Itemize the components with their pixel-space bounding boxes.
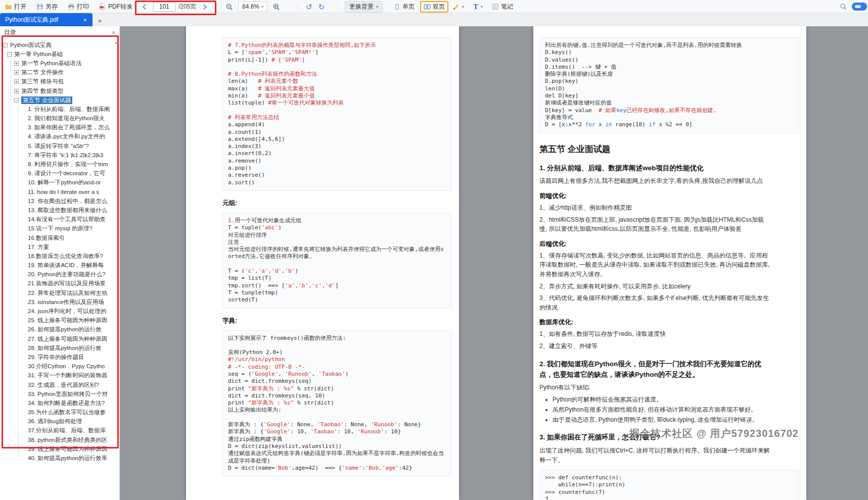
code-line: 新字典为 : {'Google': 10, 'Taobao': 10, 'Run…: [228, 428, 446, 435]
print-button[interactable]: 打印: [66, 2, 91, 12]
toc-item[interactable]: 34. 如何判断是函数还是方法?: [0, 398, 113, 408]
code-segment: : 10,: [337, 428, 357, 435]
toc-item[interactable]: 22. 异常处理写法以及如何主动: [0, 288, 113, 297]
toc-item[interactable]: 29. 字符串的操作题目: [0, 353, 113, 362]
collapse-icon[interactable]: -: [14, 98, 19, 103]
zoom-out-button[interactable]: [223, 2, 235, 12]
redo-button[interactable]: ↻: [317, 3, 327, 11]
toc-item[interactable]: 33. Python里面如何拷贝一个对: [0, 389, 113, 398]
text-tool-button[interactable]: T ▾: [471, 2, 485, 12]
toc-panel-close-icon[interactable]: ×: [111, 29, 115, 36]
code-segment: : 10,: [290, 428, 310, 435]
zoom-in-button[interactable]: [270, 2, 282, 12]
toc-chapter-item[interactable]: - 第一章 Python基础: [0, 49, 113, 59]
toc-item[interactable]: 37.分别从前端、后端、数据库: [0, 426, 113, 435]
code-line: D.values(): [545, 57, 794, 64]
toc-item[interactable]: 19. 简单谈谈ACID，并解释每: [0, 261, 113, 270]
scroll-up-icon[interactable]: ▲: [113, 40, 119, 45]
toc-item[interactable]: 4. 请谈谈.pyc文件和.py文件的: [0, 132, 113, 141]
toc-item[interactable]: 24. json序列化时，可以处理的: [0, 307, 113, 316]
toc-item[interactable]: 40. 如何提高python的运行效率: [0, 454, 113, 463]
toc-item[interactable]: 31. 手写一个判断时间的装饰器: [0, 371, 113, 380]
search-button[interactable]: [838, 2, 849, 11]
toc-item[interactable]: 16.数据库索引: [0, 233, 113, 242]
expand-icon[interactable]: +: [14, 70, 19, 75]
change-background-button[interactable]: 更换背景 ▾: [345, 1, 383, 13]
toc-item[interactable]: 35.为什么函数名字可以当做参: [0, 408, 113, 417]
save-as-button[interactable]: 另存: [34, 2, 60, 12]
toc-item[interactable]: 12. 你在爬虫过程中，都是怎么: [0, 196, 113, 206]
toc-item[interactable]: 20. Python的主要功能是什么?: [0, 270, 113, 279]
toolbar-separator: [338, 3, 338, 10]
toc-item[interactable]: 14.有没有一个工具可以帮助查: [0, 215, 113, 224]
document-canvas[interactable]: # 7.Python的列表的截取与字符串操作类型相同,如下所示L = ['spa…: [120, 26, 868, 500]
tab-close-icon[interactable]: ×: [81, 16, 88, 24]
code-segment: 用一个可迭代对象生成元组: [235, 217, 301, 224]
toc-item[interactable]: 38. python新式类和经典类的区: [0, 435, 113, 444]
corner-badge[interactable]: [852, 3, 867, 11]
code-segment: : None}: [397, 421, 421, 428]
single-page-icon: [394, 4, 400, 10]
zoom-level-dropdown[interactable]: 84.6% ▾: [238, 2, 267, 12]
code-segment: 新增或者是修改键对应的值: [545, 99, 612, 106]
new-tab-button[interactable]: +: [93, 16, 107, 26]
undo-button[interactable]: ↺: [304, 3, 314, 11]
code-segment: print(L[-1]): [228, 57, 271, 63]
toc-item[interactable]: 15.说一下 mysql 的原理?: [0, 224, 113, 233]
expand-icon[interactable]: +: [14, 79, 19, 84]
toolbar-right-group: [838, 0, 867, 13]
notes-button[interactable]: 笔记: [490, 2, 515, 12]
toc-item[interactable]: 27. 线上服务可能因为种种原因: [0, 334, 113, 343]
code-segment: max(a): [228, 85, 258, 92]
toc-item[interactable]: 39. 线上服务可能因为种种原因: [0, 444, 113, 454]
code-segment: key: [616, 107, 626, 114]
toc-item[interactable]: 5. 请反转字符串 "aStr"?: [0, 141, 113, 151]
pdf-convert-button[interactable]: PDF转换: [97, 2, 134, 12]
toc-item[interactable]: 10. 解释一下python的and-or: [0, 178, 113, 187]
toc-item[interactable]: 26. 如何提高python的运行效: [0, 325, 113, 334]
code-line: D[key] = value # 如果key已经存在则修改,如果不存在就创建.: [545, 107, 794, 114]
toc-item[interactable]: 3. 如果你困在了死循环里，怎么: [0, 123, 113, 132]
toc-item[interactable]: 1. 分别从前端、后端、数据库阐: [0, 105, 113, 114]
toc-item[interactable]: 11. how do I iterate over a s: [0, 187, 113, 196]
document-tab[interactable]: Python面试宝典.pdf ×: [0, 13, 93, 26]
toc-item[interactable]: 28. 如何提高python的运行效: [0, 343, 113, 353]
collapse-icon[interactable]: -: [3, 43, 8, 47]
toc-item[interactable]: 8. 利用切片操作，实现一个trim: [0, 160, 113, 169]
toc-section-item[interactable]: +第二节 文件操作: [0, 68, 113, 77]
toc-item[interactable]: 25. 线上服务可能因为种种原因: [0, 316, 113, 325]
toc-item[interactable]: 2. 我们都知道现在Python很火: [0, 114, 113, 123]
page-number-input[interactable]: [153, 2, 175, 12]
toc-item[interactable]: 36. 遇到bug如何处理: [0, 417, 113, 426]
open-button[interactable]: 打开: [3, 2, 28, 12]
code-segment: ]: [315, 49, 318, 56]
toc-item[interactable]: 21.装饰器的写法以及应用场景: [0, 279, 113, 288]
code-line: 字典推导式: [545, 114, 794, 121]
code-line: del D[key]: [545, 92, 794, 99]
toc-item[interactable]: 18.数据库怎么优化查询效率?: [0, 252, 113, 261]
highlighter-tool-button[interactable]: ▾: [450, 2, 466, 12]
toc-item[interactable]: 17. 方案: [0, 242, 113, 252]
toc-section-item[interactable]: +第四节 数据类型: [0, 86, 113, 95]
code-line: 以上实例输出结果为:: [228, 407, 446, 414]
toc-item[interactable]: 9. 请设计一个decorator，它可: [0, 169, 113, 178]
single-page-view-button[interactable]: 单页: [390, 1, 418, 13]
collapse-icon[interactable]: -: [7, 52, 12, 57]
toc-item[interactable]: 13. 爬取这些数据都用来做什么: [0, 206, 113, 215]
sidebar-scrollbar[interactable]: ▲: [113, 39, 119, 500]
code-line: T = tunple(tmp): [228, 289, 446, 296]
code-segment: 以上实例输出结果为:: [228, 407, 282, 413]
toc-item[interactable]: 23. isinstance作用以及应用场: [0, 297, 113, 307]
previous-page-button[interactable]: [140, 3, 150, 11]
toc-item[interactable]: 32. 生成器，迭代器的区别?: [0, 380, 113, 389]
toc-section-item[interactable]: +第三节 模块与包: [0, 77, 113, 86]
toc-root-item[interactable]: - Python面试宝典: [0, 40, 113, 49]
expand-icon[interactable]: +: [14, 61, 19, 66]
next-page-button[interactable]: [199, 3, 210, 11]
expand-icon[interactable]: +: [14, 89, 19, 93]
toc-item[interactable]: 7. 将字符串 "k:1 |k1:2|k2:3|k3: [0, 151, 113, 160]
toc-item[interactable]: 30.介绍Cython，Pypy Cpytho: [0, 362, 113, 371]
toc-section-selected[interactable]: -第五节 企业面试题: [0, 95, 113, 105]
paragraph: 2、建立索引、外键等: [539, 341, 771, 351]
toc-section-item[interactable]: +第一节 Python基础语法: [0, 59, 113, 68]
